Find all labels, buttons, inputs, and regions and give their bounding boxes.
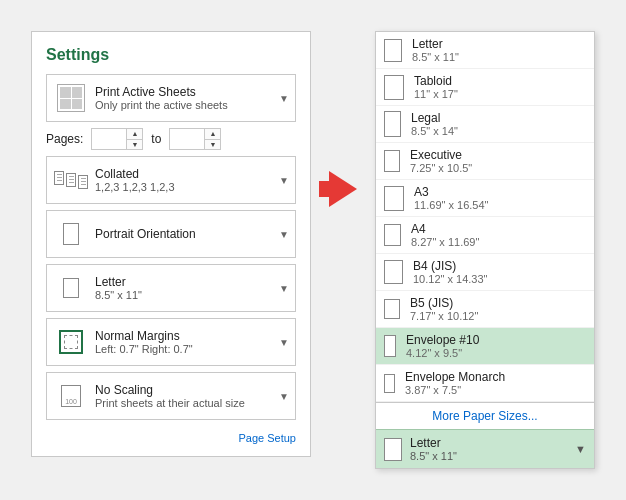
bottom-paper-name: Letter [410, 436, 457, 450]
paper-info-0: Letter 8.5" x 11" [412, 37, 459, 63]
page-setup-link[interactable]: Page Setup [239, 432, 297, 444]
paper-arrow: ▼ [279, 283, 289, 294]
paper-item-1[interactable]: Tabloid 11" x 17" [376, 69, 594, 106]
orientation-arrow: ▼ [279, 229, 289, 240]
paper-name-5: A4 [411, 222, 479, 236]
arrow-container [329, 171, 357, 207]
paper-thumb-5 [384, 224, 401, 246]
paper-info-9: Envelope Monarch 3.87" x 7.5" [405, 370, 505, 396]
bottom-paper-size: 8.5" x 11" [410, 450, 457, 462]
paper-size-9: 3.87" x 7.5" [405, 384, 505, 396]
paper-item-3[interactable]: Executive 7.25" x 10.5" [376, 143, 594, 180]
letter-icon [53, 270, 89, 306]
pages-to-arrows: ▲ ▼ [204, 129, 220, 149]
paper-text: Letter 8.5" x 11" [95, 275, 275, 301]
bottom-info: Letter 8.5" x 11" [410, 436, 457, 462]
paper-info-6: B4 (JIS) 10.12" x 14.33" [413, 259, 487, 285]
pages-from-down[interactable]: ▼ [127, 140, 142, 150]
margins-text: Normal Margins Left: 0.7" Right: 0.7" [95, 329, 275, 355]
paper-size-0: 8.5" x 11" [412, 51, 459, 63]
print-active-row[interactable]: Print Active Sheets Only print the activ… [46, 74, 296, 122]
bottom-dropdown-arrow: ▼ [575, 443, 586, 455]
scaling-label: No Scaling [95, 383, 275, 397]
paper-name-2: Legal [411, 111, 458, 125]
paper-name-3: Executive [410, 148, 472, 162]
paper-thumb-9 [384, 374, 395, 393]
collated-sub: 1,2,3 1,2,3 1,2,3 [95, 181, 275, 193]
sheets-icon [53, 80, 89, 116]
paper-size-7: 7.17" x 10.12" [410, 310, 478, 322]
orientation-text: Portrait Orientation [95, 227, 275, 241]
scaling-text: No Scaling Print sheets at their actual … [95, 383, 275, 409]
paper-size-3: 7.25" x 10.5" [410, 162, 472, 174]
paper-info-1: Tabloid 11" x 17" [414, 74, 458, 100]
paper-size-8: 4.12" x 9.5" [406, 347, 479, 359]
paper-thumb-4 [384, 186, 404, 211]
paper-size-6: 10.12" x 14.33" [413, 273, 487, 285]
margins-label: Normal Margins [95, 329, 275, 343]
pages-from-arrows: ▲ ▼ [126, 129, 142, 149]
pages-from-up[interactable]: ▲ [127, 129, 142, 140]
pages-from-spinner[interactable]: ▲ ▼ [91, 128, 143, 150]
paper-info-5: A4 8.27" x 11.69" [411, 222, 479, 248]
paper-size-5: 8.27" x 11.69" [411, 236, 479, 248]
paper-name-4: A3 [414, 185, 488, 199]
paper-item-2[interactable]: Legal 8.5" x 14" [376, 106, 594, 143]
paper-thumb-3 [384, 150, 400, 172]
main-container: Settings Print Active Sheets Only print … [11, 11, 615, 489]
paper-item-8[interactable]: Envelope #10 4.12" x 9.5" [376, 328, 594, 365]
paper-size-list: Letter 8.5" x 11" Tabloid 11" x 17" Lega… [376, 32, 594, 403]
bottom-thumb [384, 438, 402, 461]
scaling-sub: Print sheets at their actual size [95, 397, 275, 409]
margins-row[interactable]: Normal Margins Left: 0.7" Right: 0.7" ▼ [46, 318, 296, 366]
paper-label: Letter [95, 275, 275, 289]
collated-text: Collated 1,2,3 1,2,3 1,2,3 [95, 167, 275, 193]
margins-arrow: ▼ [279, 337, 289, 348]
collated-icon [53, 162, 89, 198]
paper-size-dropdown[interactable]: Letter 8.5" x 11" Tabloid 11" x 17" Lega… [375, 31, 595, 469]
paper-row[interactable]: Letter 8.5" x 11" ▼ [46, 264, 296, 312]
paper-thumb-7 [384, 299, 400, 319]
paper-info-3: Executive 7.25" x 10.5" [410, 148, 472, 174]
pages-row: Pages: ▲ ▼ to ▲ ▼ [46, 128, 296, 150]
right-arrow-icon [329, 171, 357, 207]
pages-from-input[interactable] [92, 129, 126, 149]
more-sizes-link[interactable]: More Paper Sizes... [376, 403, 594, 429]
dropdown-bottom-selected[interactable]: Letter 8.5" x 11" ▼ [376, 429, 594, 468]
paper-thumb-1 [384, 75, 404, 100]
paper-size-1: 11" x 17" [414, 88, 458, 100]
orientation-label: Portrait Orientation [95, 227, 275, 241]
scaling-row[interactable]: 100 No Scaling Print sheets at their act… [46, 372, 296, 420]
pages-to-input[interactable] [170, 129, 204, 149]
pages-to-label: to [151, 132, 161, 146]
orientation-row[interactable]: Portrait Orientation ▼ [46, 210, 296, 258]
pages-label: Pages: [46, 132, 83, 146]
paper-thumb-2 [384, 111, 401, 137]
margins-sub: Left: 0.7" Right: 0.7" [95, 343, 275, 355]
paper-info-4: A3 11.69" x 16.54" [414, 185, 488, 211]
paper-thumb-0 [384, 39, 402, 62]
scaling-icon: 100 [53, 378, 89, 414]
pages-to-down[interactable]: ▼ [205, 140, 220, 150]
paper-info-8: Envelope #10 4.12" x 9.5" [406, 333, 479, 359]
collated-arrow: ▼ [279, 175, 289, 186]
paper-item-6[interactable]: B4 (JIS) 10.12" x 14.33" [376, 254, 594, 291]
scaling-arrow: ▼ [279, 391, 289, 402]
pages-to-up[interactable]: ▲ [205, 129, 220, 140]
paper-item-7[interactable]: B5 (JIS) 7.17" x 10.12" [376, 291, 594, 328]
collated-label: Collated [95, 167, 275, 181]
paper-item-5[interactable]: A4 8.27" x 11.69" [376, 217, 594, 254]
collated-row[interactable]: Collated 1,2,3 1,2,3 1,2,3 ▼ [46, 156, 296, 204]
pages-to-spinner[interactable]: ▲ ▼ [169, 128, 221, 150]
paper-name-8: Envelope #10 [406, 333, 479, 347]
paper-item-9[interactable]: Envelope Monarch 3.87" x 7.5" [376, 365, 594, 402]
paper-name-0: Letter [412, 37, 459, 51]
portrait-icon [53, 216, 89, 252]
paper-name-9: Envelope Monarch [405, 370, 505, 384]
paper-item-0[interactable]: Letter 8.5" x 11" [376, 32, 594, 69]
paper-item-4[interactable]: A3 11.69" x 16.54" [376, 180, 594, 217]
paper-thumb-6 [384, 260, 403, 284]
settings-panel: Settings Print Active Sheets Only print … [31, 31, 311, 457]
paper-size-2: 8.5" x 14" [411, 125, 458, 137]
print-active-sub: Only print the active sheets [95, 99, 275, 111]
